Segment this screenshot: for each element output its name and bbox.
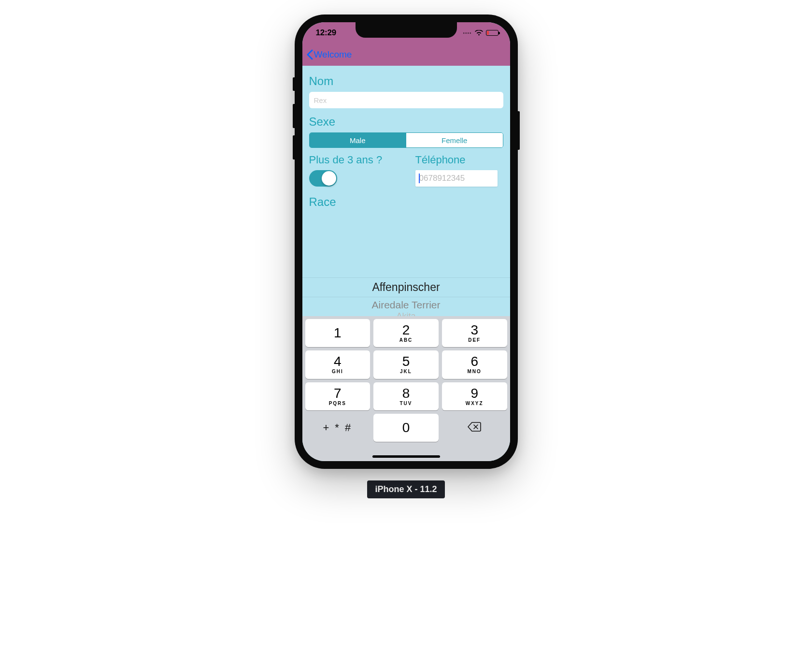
cellular-icon: ••••: [463, 30, 471, 36]
numeric-keyboard: 1 2ABC 3DEF 4GHI 5JKL 6MNO 7PQRS 8TUV 9W…: [302, 316, 510, 461]
key-4[interactable]: 4GHI: [305, 350, 370, 378]
form-content: Nom Sexe Male Femelle Plus de 3 ans ? Ra…: [302, 66, 510, 209]
key-2[interactable]: 2ABC: [373, 319, 439, 347]
key-7[interactable]: 7PQRS: [305, 382, 370, 410]
sex-option-female[interactable]: Femelle: [406, 133, 503, 147]
key-6[interactable]: 6MNO: [442, 350, 507, 378]
key-3[interactable]: 3DEF: [442, 319, 507, 347]
picker-selected[interactable]: Affenpinscher: [302, 277, 510, 297]
race-picker[interactable]: Affenpinscher Airedale Terrier Akita: [302, 277, 510, 319]
sex-option-male[interactable]: Male: [310, 133, 406, 147]
volume-down-button: [293, 135, 295, 160]
phone-input[interactable]: [415, 170, 498, 187]
sex-segmented-control[interactable]: Male Femelle: [309, 132, 503, 148]
device-label: iPhone X - 11.2: [367, 480, 444, 498]
key-symbols[interactable]: + * #: [305, 414, 370, 442]
key-0[interactable]: 0: [373, 414, 439, 442]
sex-label: Sexe: [309, 115, 503, 129]
battery-icon: [486, 30, 499, 36]
status-icons: ••••: [463, 30, 498, 36]
back-button[interactable]: Welcome: [306, 49, 352, 60]
backspace-icon: [468, 422, 481, 434]
text-cursor: [419, 174, 420, 183]
phone-label: Téléphone: [415, 154, 466, 166]
key-9[interactable]: 9WXYZ: [442, 382, 507, 410]
race-label: Race: [309, 195, 406, 209]
notch: [356, 22, 457, 38]
age-toggle[interactable]: [309, 170, 337, 187]
nav-bar: Welcome: [302, 44, 510, 66]
key-5[interactable]: 5JKL: [373, 350, 439, 378]
key-1[interactable]: 1: [305, 319, 370, 347]
chevron-left-icon: [306, 49, 313, 60]
key-backspace[interactable]: [442, 414, 507, 442]
mute-switch: [293, 77, 295, 91]
device-frame: 12:29 •••• Welcome Nom Sexe: [295, 15, 518, 469]
screen: 12:29 •••• Welcome Nom Sexe: [302, 22, 510, 461]
toggle-knob: [322, 171, 336, 186]
name-input[interactable]: [309, 92, 503, 108]
wifi-icon: [475, 30, 483, 36]
name-label: Nom: [309, 74, 503, 88]
side-button: [518, 111, 520, 150]
key-8[interactable]: 8TUV: [373, 382, 439, 410]
age-label: Plus de 3 ans ?: [309, 154, 406, 166]
volume-up-button: [293, 104, 295, 128]
status-time: 12:29: [316, 28, 336, 38]
back-label: Welcome: [314, 49, 352, 60]
home-indicator[interactable]: [372, 455, 440, 458]
picker-row-next[interactable]: Airedale Terrier: [302, 297, 510, 313]
